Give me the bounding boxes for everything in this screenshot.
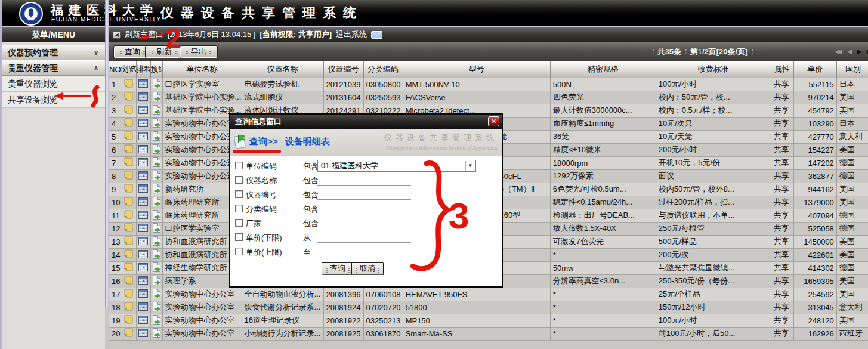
schedule-calendar-icon[interactable] [136,248,150,261]
booking-doc-icon[interactable] [150,261,162,274]
booking-doc-icon[interactable] [150,248,162,261]
schedule-calendar-icon[interactable] [138,238,148,247]
booking-doc-icon[interactable] [150,209,162,222]
sidebar-item-shared-device-browse[interactable]: 共享设备浏览 [2,92,105,108]
booking-doc-icon[interactable] [152,278,161,287]
booking-doc-icon[interactable] [152,107,161,116]
schedule-calendar-icon[interactable] [138,304,148,313]
browse-note-icon[interactable] [121,274,136,288]
schedule-calendar-icon[interactable] [136,288,150,301]
field-input[interactable] [317,175,411,186]
schedule-calendar-icon[interactable] [138,277,148,286]
query-link[interactable]: 查询>> [249,136,278,146]
browse-note-icon[interactable] [124,238,133,247]
schedule-calendar-icon[interactable] [138,107,148,116]
field-input[interactable] [317,190,411,200]
schedule-calendar-icon[interactable] [136,327,150,340]
unit-select[interactable]: 01 福建医科大学▼ [317,160,476,172]
booking-doc-icon[interactable] [150,91,162,104]
booking-doc-icon[interactable] [150,183,162,196]
browse-note-icon[interactable] [124,133,133,142]
browse-note-icon[interactable] [121,130,136,143]
browse-note-icon[interactable] [121,235,136,248]
browse-note-icon[interactable] [121,117,136,130]
schedule-calendar-icon[interactable] [138,317,148,326]
booking-doc-icon[interactable] [152,173,161,182]
schedule-calendar-icon[interactable] [136,301,150,314]
schedule-calendar-icon[interactable] [138,264,148,273]
booking-doc-icon[interactable] [152,134,161,143]
booking-doc-icon[interactable] [152,94,161,103]
schedule-calendar-icon[interactable] [136,104,150,117]
schedule-calendar-icon[interactable] [138,199,148,208]
field-input[interactable] [317,247,411,257]
sidebar-group-reservation[interactable]: 仪器预约管理 ∨ [2,45,105,60]
dropdown-arrow-icon[interactable]: ▼ [465,161,475,171]
browse-note-icon[interactable] [124,317,133,326]
booking-doc-icon[interactable] [150,288,162,301]
schedule-calendar-icon[interactable] [138,330,148,339]
browse-note-icon[interactable] [121,143,136,156]
schedule-calendar-icon[interactable] [136,209,150,222]
browse-note-icon[interactable] [121,261,136,274]
schedule-calendar-icon[interactable] [136,169,150,183]
schedule-calendar-icon[interactable] [138,251,148,260]
export-button[interactable]: 导出 [180,45,218,58]
booking-doc-icon[interactable] [152,317,161,326]
schedule-calendar-icon[interactable] [138,225,148,234]
booking-doc-icon[interactable] [152,212,161,221]
browse-note-icon[interactable] [124,94,133,103]
first-page-icon[interactable]: ◀◀ [835,48,842,55]
browse-note-icon[interactable] [124,186,133,194]
schedule-calendar-icon[interactable] [138,94,148,103]
browse-note-icon[interactable] [121,104,136,117]
next-page-icon[interactable]: ▶ [857,48,861,55]
booking-doc-icon[interactable] [152,199,161,208]
booking-doc-icon[interactable] [152,239,161,248]
browse-note-icon[interactable] [124,225,133,234]
field-checkbox[interactable] [235,190,243,198]
schedule-calendar-icon[interactable] [138,212,148,221]
booking-doc-icon[interactable] [150,314,162,327]
booking-doc-icon[interactable] [150,156,162,169]
browse-note-icon[interactable] [121,91,136,104]
field-input[interactable] [317,218,411,228]
browse-note-icon[interactable] [124,212,133,221]
browse-note-icon[interactable] [124,291,133,299]
browse-note-icon[interactable] [124,251,133,260]
browse-note-icon[interactable] [121,248,136,261]
browse-note-icon[interactable] [121,78,136,91]
schedule-calendar-icon[interactable] [136,117,150,130]
schedule-calendar-icon[interactable] [136,143,150,156]
booking-doc-icon[interactable] [152,265,161,274]
schedule-calendar-icon[interactable] [136,261,150,274]
booking-doc-icon[interactable] [150,130,162,143]
schedule-calendar-icon[interactable] [138,146,148,155]
booking-doc-icon[interactable] [150,235,162,248]
browse-note-icon[interactable] [121,327,136,340]
browse-note-icon[interactable] [124,172,133,181]
browse-note-icon[interactable] [121,169,136,183]
booking-doc-icon[interactable] [152,186,161,195]
browse-note-icon[interactable] [124,120,133,129]
booking-doc-icon[interactable] [150,143,162,156]
close-icon[interactable]: ✕ [488,116,499,126]
booking-doc-icon[interactable] [152,81,161,90]
field-checkbox[interactable] [235,219,243,227]
schedule-calendar-icon[interactable] [136,78,150,91]
browse-note-icon[interactable] [121,222,136,235]
browse-note-icon[interactable] [121,209,136,222]
schedule-calendar-icon[interactable] [136,222,150,235]
booking-doc-icon[interactable] [150,196,162,209]
booking-doc-icon[interactable] [150,274,162,288]
schedule-calendar-icon[interactable] [136,196,150,209]
schedule-calendar-icon[interactable] [138,81,148,89]
schedule-calendar-icon[interactable] [136,183,150,196]
schedule-calendar-icon[interactable] [136,130,150,143]
booking-doc-icon[interactable] [150,117,162,130]
browse-note-icon[interactable] [124,277,133,286]
booking-doc-icon[interactable] [150,327,162,340]
schedule-calendar-icon[interactable] [138,291,148,299]
schedule-calendar-icon[interactable] [136,156,150,169]
schedule-calendar-icon[interactable] [136,314,150,327]
